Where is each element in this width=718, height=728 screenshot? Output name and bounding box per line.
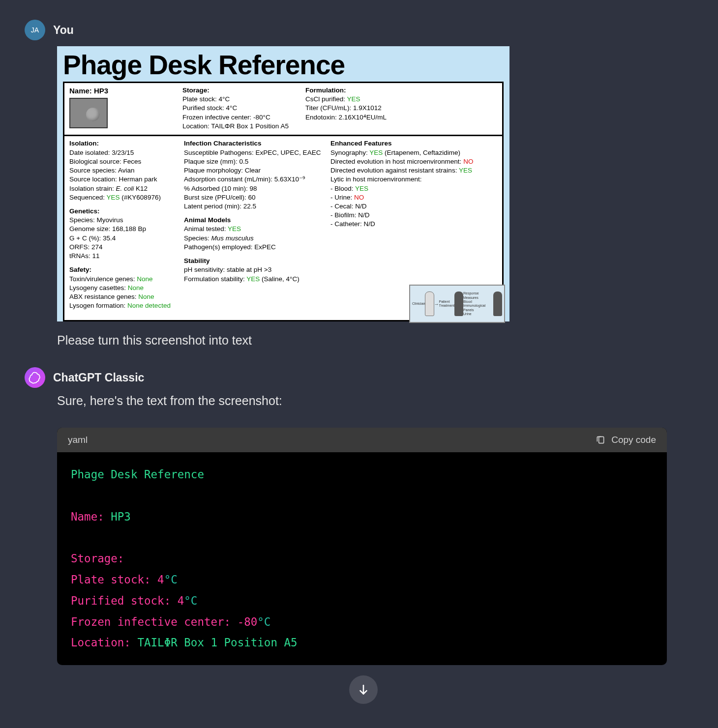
code-content: Phage Desk Reference Name: HP3 Storage: …	[57, 452, 667, 665]
phage-micrograph	[69, 98, 108, 128]
enhanced-title: Enhanced Features	[330, 139, 497, 148]
avatar-initials: JA	[31, 26, 39, 34]
code-block: yaml Copy code Phage Desk Reference Name…	[57, 428, 667, 665]
formulation-title: Formulation:	[305, 86, 497, 95]
isolation-title: Isolation:	[69, 139, 180, 148]
phage-name: Name: HP3	[69, 86, 182, 96]
animal-species: Species: Mus musculus	[184, 234, 327, 243]
formulation-cscl: CsCl purified: YES	[305, 95, 497, 104]
user-attached-image: Phage Desk Reference Name: HP3 Storage: …	[57, 46, 509, 321]
phage-title: Phage Desk Reference	[63, 49, 504, 81]
infection-plaque-morph: Plaque morphology: Clear	[184, 166, 327, 175]
infection-title: Infection Characteristics	[184, 139, 327, 148]
safety-abx: ABX resistance genes: None	[69, 292, 180, 301]
storage-frozen: Frozen infective center: -80°C	[182, 113, 305, 122]
genetics-orfs: ORFS: 274	[69, 243, 180, 252]
enhanced-catheter: - Catheter: N/D	[330, 220, 497, 229]
storage-title: Storage:	[182, 86, 305, 95]
enhanced-de-host: Directed evolution in host microenvironm…	[330, 157, 497, 166]
formulation-endotoxin: Endotoxin: 2.16X10⁴EU/mL	[305, 113, 497, 122]
safety-title: Safety:	[69, 265, 180, 274]
inset-diagram: Clinician → PatientTreatment Response Me…	[409, 285, 505, 323]
safety-lysogeny: Lysogeny casettes: None	[69, 284, 180, 292]
openai-logo-icon	[29, 371, 41, 384]
isolation-date: Date isolated: 3/23/15	[69, 148, 180, 157]
bot-intro-text: Sure, here's the text from the screensho…	[57, 394, 693, 408]
genetics-gc: G + C (%): 35.4	[69, 234, 180, 243]
user-prompt-text: Please turn this screenshot into text	[57, 333, 693, 348]
enhanced-de-resistant: Directed evolution against resistant str…	[330, 166, 497, 175]
infection-latent: Latent period (min): 22.5	[184, 202, 327, 211]
user-avatar: JA	[25, 20, 45, 40]
copy-code-label: Copy code	[611, 435, 656, 445]
user-message: JA You Phage Desk Reference Name: HP3 St…	[25, 20, 693, 348]
animal-tested: Animal tested: YES	[184, 225, 327, 233]
safety-lysogen-formation: Lysogen formation: None detected	[69, 301, 180, 310]
infection-pathogens: Susceptible Pathogens: ExPEC, UPEC, EAEC	[184, 148, 327, 157]
enhanced-urine: - Urine: NO	[330, 193, 497, 202]
isolation-location: Source location: Herman park	[69, 175, 180, 184]
bot-avatar	[25, 367, 45, 388]
enhanced-synography: Synography: YES (Ertapenem, Ceftazidime)	[330, 148, 497, 157]
animal-title: Animal Models	[184, 216, 327, 225]
scroll-to-bottom-button[interactable]	[349, 675, 378, 704]
storage-plate: Plate stock: 4°C	[182, 95, 305, 104]
animal-pathogens: Pathogen(s) employed: ExPEC	[184, 243, 327, 252]
enhanced-cecal: - Cecal: N/D	[330, 202, 497, 211]
isolation-sequenced: Sequenced: YES (#KY608976)	[69, 193, 180, 202]
formulation-titer: Titer (CFU/mL): 1.9X1012	[305, 104, 497, 113]
infection-plaque-size: Plaque size (mm): 0.5	[184, 157, 327, 166]
isolation-strain: Isolation strain: E. coli K12	[69, 184, 180, 193]
genetics-species: Species: Myovirus	[69, 216, 180, 225]
svg-rect-0	[599, 437, 604, 443]
storage-location: Location: TAILΦR Box 1 Position A5	[182, 122, 305, 131]
copy-code-button[interactable]: Copy code	[596, 435, 656, 445]
infection-burst: Burst size (PFU/cell): 60	[184, 193, 327, 202]
user-name: You	[53, 24, 74, 37]
storage-purified: Purified stock: 4°C	[182, 104, 305, 113]
stability-formulation: Formulation stability: YES (Saline, 4°C)	[184, 275, 327, 284]
genetics-genome: Genome size: 168,188 Bp	[69, 225, 180, 233]
isolation-species: Source species: Avian	[69, 166, 180, 175]
stability-title: Stability	[184, 257, 327, 265]
isolation-bio: Biological source: Feces	[69, 157, 180, 166]
stability-ph: pH sensitivity: stable at pH >3	[184, 265, 327, 274]
bot-name: ChatGPT Classic	[53, 371, 144, 384]
arrow-down-icon	[357, 683, 370, 696]
clipboard-icon	[596, 435, 605, 445]
genetics-title: Genetics:	[69, 207, 180, 216]
safety-toxin: Toxin/virulence genes: None	[69, 275, 180, 284]
enhanced-biofilm: - Biofilm: N/D	[330, 211, 497, 220]
genetics-trnas: tRNAs: 11	[69, 252, 180, 261]
infection-adsorbed: % Adsorbed (10 min): 98	[184, 184, 327, 193]
enhanced-lytic-title: Lytic in host microenvironment:	[330, 175, 497, 184]
infection-adsorption: Adsorption constant (mL/min): 5.63X10⁻⁹	[184, 175, 327, 184]
enhanced-blood: - Blood: YES	[330, 184, 497, 193]
bot-message: ChatGPT Classic Sure, here's the text fr…	[25, 367, 693, 665]
code-language-label: yaml	[68, 435, 88, 445]
